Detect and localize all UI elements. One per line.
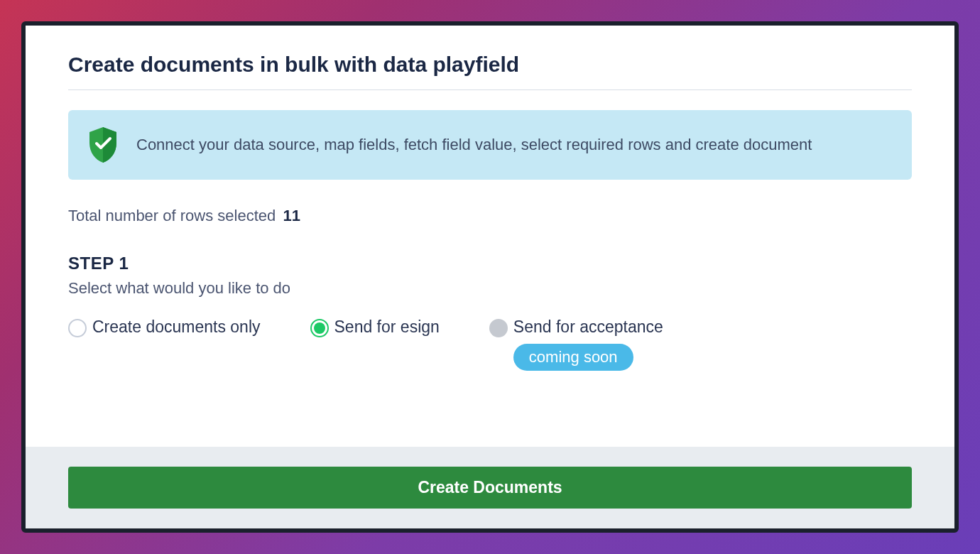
radio-label: Send for acceptance — [513, 317, 663, 337]
modal-footer: Create Documents — [26, 447, 954, 528]
divider — [68, 89, 912, 90]
radio-option-send-esign[interactable]: Send for esign — [310, 317, 440, 337]
radio-content: Create documents only — [92, 317, 261, 337]
radio-option-create-only[interactable]: Create documents only — [68, 317, 261, 337]
radio-circle — [310, 319, 329, 337]
radio-label: Send for esign — [334, 317, 440, 337]
info-banner-text: Connect your data source, map fields, fe… — [136, 134, 812, 156]
radio-content: Send for acceptance coming soon — [513, 317, 663, 371]
info-banner: Connect your data source, map fields, fe… — [68, 110, 912, 180]
radio-circle — [68, 319, 87, 337]
modal-title: Create documents in bulk with data playf… — [68, 53, 912, 77]
shield-check-icon — [87, 126, 119, 164]
radio-label: Create documents only — [92, 317, 261, 337]
coming-soon-badge: coming soon — [513, 344, 633, 371]
modal-body: Create documents in bulk with data playf… — [26, 26, 954, 447]
rows-selected-summary: Total number of rows selected 11 — [68, 207, 912, 225]
bulk-create-modal: Create documents in bulk with data playf… — [21, 21, 959, 533]
step-subtitle: Select what would you like to do — [68, 279, 912, 298]
rows-selected-label: Total number of rows selected — [68, 207, 276, 224]
radio-circle — [489, 319, 508, 337]
step-heading: STEP 1 — [68, 254, 912, 273]
radio-content: Send for esign — [334, 317, 440, 337]
radio-option-send-acceptance: Send for acceptance coming soon — [489, 317, 663, 371]
rows-selected-count: 11 — [283, 207, 300, 224]
create-documents-button[interactable]: Create Documents — [68, 467, 912, 509]
action-radio-group: Create documents only Send for esign Sen… — [68, 317, 912, 371]
